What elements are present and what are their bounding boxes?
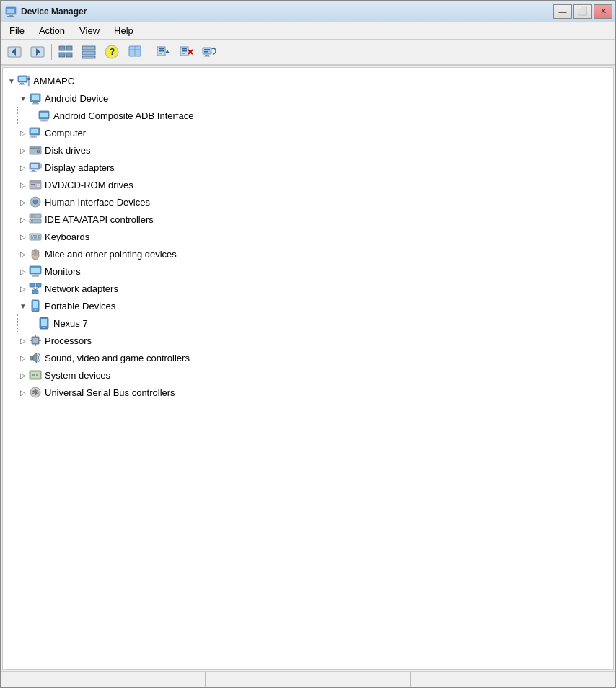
status-panel-3	[411, 672, 615, 687]
system-devices-label: System devices	[45, 370, 110, 381]
maximize-button[interactable]: ⬜	[573, 4, 592, 19]
tree-node-android-adb[interactable]: ▷ Android Composite ADB Interface	[3, 107, 613, 124]
device-tree: ▼ AMMAPC ▼	[3, 72, 613, 401]
expand-ide[interactable]: ▷	[17, 213, 29, 225]
tree-node-dvd[interactable]: ▷ DVD/CD-ROM drives	[3, 176, 613, 193]
expand-mice[interactable]: ▷	[17, 248, 29, 260]
tree-node-nexus7[interactable]: ▷ Nexus 7	[3, 314, 613, 332]
title-bar: Device Manager — ⬜ ✕	[1, 1, 615, 22]
tree-node-disk-drives[interactable]: ▷ Disk drives	[3, 141, 613, 159]
svg-rect-86	[34, 237, 37, 239]
svg-rect-8	[59, 46, 65, 50]
device-tree-panel[interactable]: ▼ AMMAPC ▼	[2, 67, 614, 670]
tree-node-processors[interactable]: ▷ Processors	[3, 332, 613, 349]
disk-drives-icon	[29, 144, 42, 156]
svg-rect-23	[159, 53, 162, 54]
dvd-label: DVD/CD-ROM drives	[45, 180, 133, 190]
svg-rect-45	[33, 102, 38, 104]
status-bar	[1, 671, 615, 687]
expand-dvd[interactable]: ▷	[17, 179, 29, 190]
network-label: Network adapters	[45, 283, 118, 294]
monitors-icon	[29, 265, 42, 278]
svg-rect-38	[19, 77, 26, 81]
tree-node-mice[interactable]: ▷ Mice and other pointing devices	[3, 245, 613, 263]
collapse-ammapc[interactable]: ▼	[6, 75, 17, 87]
svg-rect-62	[30, 172, 37, 172]
tree-node-ammapc[interactable]: ▼ AMMAPC	[3, 72, 613, 89]
help-icon: ?	[104, 44, 120, 60]
svg-rect-41	[28, 76, 30, 86]
svg-rect-50	[40, 121, 48, 122]
forward-button[interactable]	[27, 42, 48, 62]
android-adb-label: Android Composite ADB Interface	[53, 110, 193, 121]
svg-rect-84	[38, 235, 40, 237]
svg-rect-21	[159, 48, 164, 50]
toolbar-btn-action3[interactable]	[198, 42, 220, 62]
toolbar-btn-grid3[interactable]	[124, 42, 146, 62]
menu-help[interactable]: Help	[107, 24, 141, 38]
android-device-label: Android Device	[45, 93, 108, 104]
toolbar-btn-action2[interactable]	[175, 42, 197, 62]
tree-node-ide[interactable]: ▷ IDE ATA/ATAPI controllers	[3, 211, 613, 228]
tree-node-system-devices[interactable]: ▷ System devices	[3, 366, 613, 384]
svg-rect-10	[59, 53, 65, 57]
android-device-icon	[29, 92, 42, 105]
minimize-button[interactable]: —	[553, 4, 572, 19]
tree-node-portable-devices[interactable]: ▼ Portable Devices	[3, 297, 613, 314]
expand-keyboards[interactable]: ▷	[17, 231, 29, 242]
menu-view[interactable]: View	[72, 24, 107, 38]
back-button[interactable]	[4, 42, 25, 62]
expand-network[interactable]: ▷	[17, 283, 29, 294]
svg-rect-48	[40, 113, 48, 117]
svg-point-106	[43, 327, 45, 328]
status-panel-2	[206, 672, 410, 687]
expand-display[interactable]: ▷	[17, 162, 29, 173]
menu-file[interactable]: File	[2, 24, 32, 38]
collapse-portable-devices[interactable]: ▼	[17, 300, 29, 312]
expand-monitors[interactable]: ▷	[17, 265, 29, 277]
svg-rect-96	[30, 283, 35, 287]
svg-rect-56	[30, 148, 40, 149]
svg-rect-71	[35, 197, 36, 199]
network-icon	[29, 282, 42, 295]
tree-node-monitors[interactable]: ▷ Monitors	[3, 263, 613, 280]
disk-drives-label: Disk drives	[45, 145, 91, 156]
svg-rect-108	[33, 338, 38, 343]
toolbar-btn-grid1[interactable]	[55, 42, 76, 62]
tree-node-network[interactable]: ▷ Network adapters	[3, 280, 613, 297]
tree-node-display-adapters[interactable]: ▷ Display adapters	[3, 159, 613, 176]
svg-rect-34	[205, 55, 209, 56]
close-button[interactable]: ✕	[594, 4, 612, 19]
collapse-android-device[interactable]: ▼	[17, 92, 29, 104]
expand-processors[interactable]: ▷	[17, 335, 29, 346]
svg-marker-114	[33, 353, 37, 363]
grid-icon-2	[81, 44, 97, 60]
processors-label: Processors	[45, 335, 92, 346]
svg-rect-74	[38, 201, 40, 203]
svg-rect-61	[32, 170, 35, 172]
expand-hid[interactable]: ▷	[17, 196, 29, 208]
menu-action[interactable]: Action	[32, 24, 72, 38]
device-manager-window: Device Manager — ⬜ ✕ File Action View He…	[0, 0, 616, 688]
tree-node-computer[interactable]: ▷ Computer	[3, 124, 613, 141]
mice-icon	[29, 247, 42, 260]
svg-rect-14	[82, 56, 95, 58]
toolbar-btn-help[interactable]: ?	[101, 42, 123, 62]
expand-system-devices[interactable]: ▷	[17, 369, 29, 381]
expand-sound[interactable]: ▷	[17, 352, 29, 363]
tree-node-usb[interactable]: ▷ Universal Serial Bus controllers	[3, 384, 613, 401]
expand-computer[interactable]: ▷	[17, 127, 29, 138]
tree-node-hid[interactable]: ▷ Human Interface Devices	[3, 193, 613, 211]
svg-rect-46	[32, 104, 39, 105]
toolbar-btn-action1[interactable]	[152, 42, 174, 62]
expand-usb[interactable]: ▷	[17, 387, 29, 398]
svg-rect-54	[30, 137, 37, 138]
expand-disk-drives[interactable]: ▷	[17, 144, 29, 156]
tree-node-android-device[interactable]: ▼ Android Device	[3, 89, 613, 107]
svg-point-58	[38, 151, 39, 152]
tree-node-sound[interactable]: ▷ Sound, video and game controllers	[3, 349, 613, 366]
tree-node-keyboards[interactable]: ▷ Keyboards	[3, 228, 613, 245]
status-panel-1	[1, 672, 206, 687]
menu-bar: File Action View Help	[1, 22, 615, 40]
toolbar-btn-grid2[interactable]	[78, 42, 100, 62]
